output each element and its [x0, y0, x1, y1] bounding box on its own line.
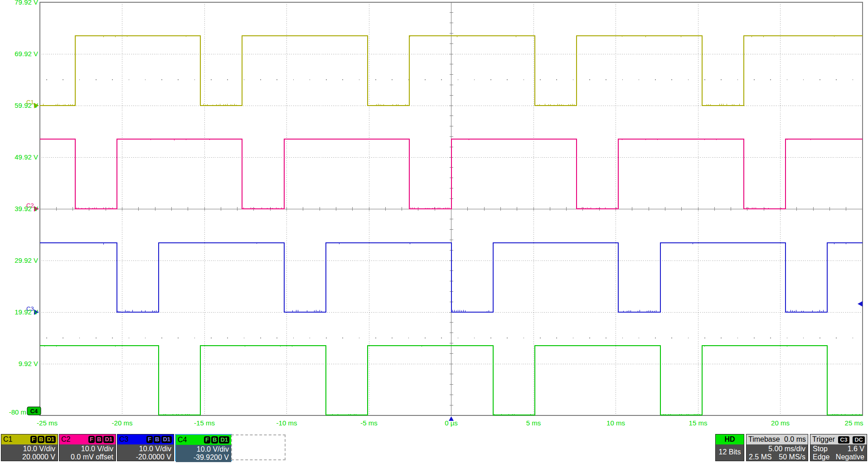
- badge-b[interactable]: B: [38, 436, 44, 443]
- volts-per-div: 10.0 V/div: [62, 445, 113, 453]
- channel-settings[interactable]: 10.0 V/div 20.0000 V: [1, 444, 58, 462]
- channel-name: C4: [178, 436, 187, 444]
- offset-value: -39.9200 V: [178, 453, 229, 462]
- x-axis-label: -10 ms: [276, 419, 297, 427]
- timebase-title: Timebase: [748, 435, 780, 444]
- trigger-time-marker-icon[interactable]: [449, 416, 454, 421]
- channel-name: C3: [119, 435, 128, 444]
- channel-settings[interactable]: 10.0 V/div -20.0000 V: [117, 444, 174, 462]
- x-axis-label: -5 ms: [360, 419, 378, 427]
- hd-bits: 12 Bits: [716, 444, 744, 462]
- x-axis-label: 20 ms: [771, 419, 790, 427]
- trigger-mode: Stop: [813, 445, 828, 453]
- hd-header: HD: [716, 434, 744, 444]
- offset-value: 0.0 mV offset: [62, 453, 113, 461]
- channel-badges: F B D1: [88, 436, 114, 443]
- trigger-source-badge[interactable]: C3: [838, 436, 849, 444]
- y-axis-label: 9.92 V: [19, 360, 38, 367]
- volts-per-div: 10.0 V/div: [4, 445, 55, 453]
- timebase-header: Timebase 0.0 ms: [747, 434, 808, 444]
- badge-b[interactable]: B: [96, 436, 102, 443]
- y-axis-label: 79.92 V: [15, 0, 38, 6]
- channel-tag-label: C4: [30, 408, 38, 415]
- x-axis-label: 10 ms: [606, 419, 625, 427]
- trigger-settings: Stop 1.6 V Edge Negative: [810, 444, 867, 462]
- trigger-source-badges: C3 DC: [837, 435, 865, 444]
- channel-settings[interactable]: 10.0 V/div 0.0 mV offset: [59, 444, 116, 462]
- trigger-coupling-badge[interactable]: DC: [853, 436, 865, 444]
- y-axis-label: 39.92 V: [15, 205, 38, 212]
- y-axis-label: 49.92 V: [15, 153, 38, 161]
- channel-badges: F B D1: [30, 436, 56, 443]
- hd-mode-box[interactable]: HD 12 Bits: [715, 434, 744, 461]
- trigger-level-marker-icon[interactable]: [858, 301, 863, 307]
- timebase-rate: 50 MS/s: [779, 453, 805, 461]
- badge-f[interactable]: F: [30, 436, 37, 443]
- trace-c3: [40, 243, 863, 312]
- channel-badges: F B D1: [146, 436, 172, 443]
- badge-d1[interactable]: D1: [219, 436, 229, 444]
- badge-d1[interactable]: D1: [45, 436, 56, 443]
- y-axis-label: 19.92 V: [15, 308, 38, 316]
- x-axis-label: 15 ms: [689, 419, 708, 427]
- channel-descriptor-c3[interactable]: C3 F B D1 10.0 V/div -20.0000 V: [117, 434, 174, 461]
- trigger-box[interactable]: Trigger C3 DC Stop 1.6 V Edge Negative: [810, 434, 867, 461]
- channel-settings[interactable]: 10.0 V/div -39.9200 V: [176, 445, 231, 462]
- badge-b[interactable]: B: [154, 436, 160, 443]
- trigger-slope: Negative: [836, 453, 864, 461]
- volts-per-div: 10.0 V/div: [120, 445, 171, 453]
- y-axis-label: 69.92 V: [15, 50, 38, 58]
- channel-badges: F B D1: [204, 436, 229, 444]
- badge-f[interactable]: F: [204, 436, 210, 444]
- channel-header-c3[interactable]: C3 F B D1: [117, 434, 174, 444]
- channel-descriptor-c1[interactable]: C1 F B D1 10.0 V/div 20.0000 V: [1, 434, 58, 461]
- timebase-scale: 5.00 ms/div: [749, 445, 805, 453]
- channel-header-c2[interactable]: C2 F B D1: [59, 434, 116, 444]
- offset-value: -20.0000 V: [120, 453, 171, 461]
- badge-d1[interactable]: D1: [161, 436, 172, 443]
- badge-b[interactable]: B: [211, 436, 218, 444]
- waveform-graticule-area: C1C2C3C479.92 V69.92 V59.92 V49.92 V39.9…: [0, 0, 868, 433]
- channel-descriptor-c4[interactable]: C4 F B D1 10.0 V/div -39.9200 V: [175, 434, 232, 461]
- badge-f[interactable]: F: [88, 436, 95, 443]
- oscilloscope-screen: C1C2C3C479.92 V69.92 V59.92 V49.92 V39.9…: [0, 0, 868, 463]
- trigger-title: Trigger: [812, 435, 835, 444]
- waveform-c2: [40, 139, 863, 209]
- channel-marker-c4[interactable]: C4: [27, 407, 41, 415]
- channel-header-c1[interactable]: C1 F B D1: [1, 434, 58, 444]
- x-axis-label: -25 ms: [37, 419, 58, 427]
- badge-d1[interactable]: D1: [103, 436, 114, 443]
- timebase-settings: 5.00 ms/div 2.5 MS 50 MS/s: [747, 444, 808, 462]
- x-axis-label: -20 ms: [112, 419, 133, 427]
- timebase-samples: 2.5 MS: [749, 453, 772, 461]
- timebase-box[interactable]: Timebase 0.0 ms 5.00 ms/div 2.5 MS 50 MS…: [746, 434, 808, 461]
- x-axis-label: 5 ms: [526, 419, 541, 427]
- trigger-type: Edge: [813, 453, 829, 461]
- y-axis-label: 29.92 V: [15, 256, 38, 264]
- trace-c2: [40, 139, 863, 209]
- volts-per-div: 10.0 V/div: [178, 445, 229, 453]
- timebase-delay: 0.0 ms: [784, 435, 806, 444]
- x-axis-label: 25 ms: [845, 419, 863, 427]
- channel-header-c4[interactable]: C4 F B D1: [176, 435, 231, 445]
- badge-f[interactable]: F: [146, 436, 153, 443]
- y-axis-label: 59.92 V: [15, 101, 38, 109]
- empty-trace-slot[interactable]: [231, 434, 286, 460]
- channel-name: C2: [61, 435, 70, 444]
- waveform-c3: [40, 243, 863, 312]
- channel-name: C1: [3, 435, 12, 444]
- channel-descriptor-c2[interactable]: C2 F B D1 10.0 V/div 0.0 mV offset: [59, 434, 116, 461]
- y-axis-label: -80 m: [9, 408, 26, 416]
- trigger-header: Trigger C3 DC: [810, 434, 867, 444]
- hd-label: HD: [724, 435, 735, 444]
- x-axis-label: -15 ms: [194, 419, 215, 427]
- offset-value: 20.0000 V: [4, 453, 55, 461]
- trigger-level: 1.6 V: [848, 445, 864, 453]
